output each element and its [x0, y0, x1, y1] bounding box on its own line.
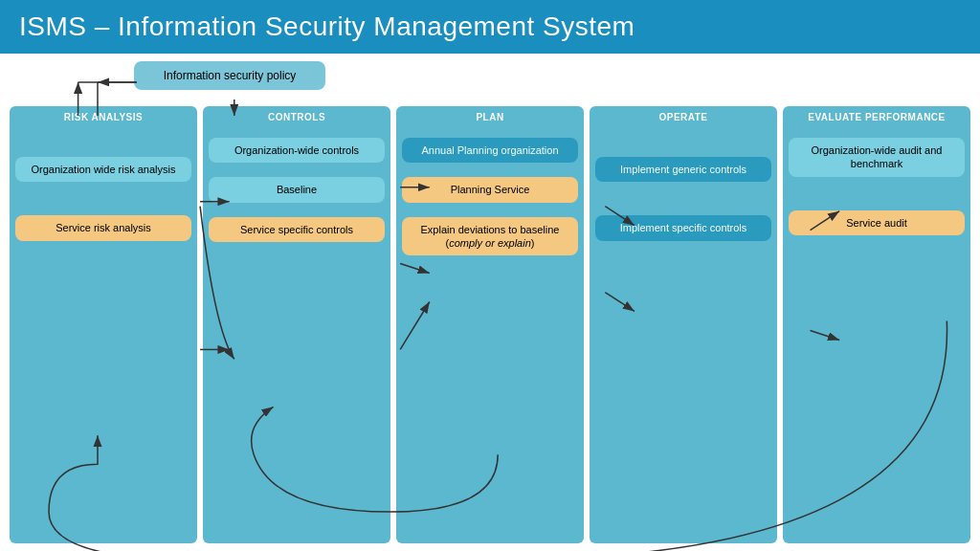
col-risk-header: RISK ANALYSIS: [15, 112, 191, 122]
page-header: ISMS – Information Security Management S…: [0, 0, 980, 54]
col-operate: OPERATE Implement generic controls Imple…: [590, 106, 777, 543]
node-service-specific-controls: Service specific controls: [209, 217, 385, 242]
node-org-wide-controls: Organization-wide controls: [209, 138, 385, 163]
node-explain-deviations: Explain deviations to baseline (comply o…: [402, 217, 578, 256]
node-service-risk: Service risk analysis: [15, 215, 191, 240]
node-implement-generic: Implement generic controls: [595, 157, 771, 182]
page-title: ISMS – Information Security Management S…: [19, 11, 635, 41]
node-annual-planning: Annual Planning organization: [402, 138, 578, 163]
col-controls-header: CONTROLS: [209, 112, 385, 122]
diagram-area: Information security policy RISK ANALYSI…: [0, 54, 980, 551]
node-planning-service: Planning Service: [402, 177, 578, 202]
col-plan-header: PLAN: [402, 112, 578, 122]
columns-container: RISK ANALYSIS Organization wide risk ana…: [10, 106, 970, 543]
node-org-wide-audit: Organization-wide audit and benchmark: [789, 138, 965, 177]
node-org-wide-risk: Organization wide risk analysis: [15, 157, 191, 182]
policy-label: Information security policy: [164, 69, 297, 82]
col-evaluate-header: EVALUATE PERFORMANCE: [789, 112, 965, 122]
col-operate-header: OPERATE: [595, 112, 771, 122]
col-plan: PLAN Annual Planning organization Planni…: [396, 106, 584, 543]
node-service-audit: Service audit: [789, 210, 965, 235]
col-controls: CONTROLS Organization-wide controls Base…: [203, 106, 390, 543]
node-implement-specific: Implement specific controls: [595, 215, 771, 240]
node-baseline: Baseline: [209, 177, 385, 202]
page: ISMS – Information Security Management S…: [0, 0, 980, 551]
col-risk: RISK ANALYSIS Organization wide risk ana…: [10, 106, 197, 543]
policy-box: Information security policy: [134, 61, 325, 90]
col-evaluate: EVALUATE PERFORMANCE Organization-wide a…: [783, 106, 970, 543]
